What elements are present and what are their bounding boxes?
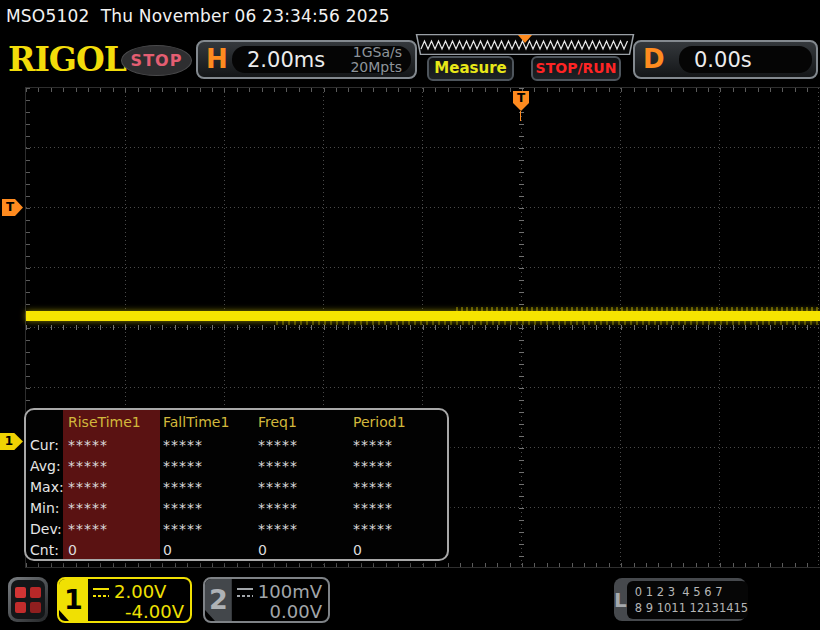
- row-label: Cur:: [30, 435, 68, 456]
- corner-cell: [30, 410, 68, 435]
- delay-panel: 0.00s: [679, 46, 812, 73]
- table-value: *****: [163, 477, 258, 498]
- center-horizontal-axis-ticks: [26, 325, 820, 330]
- channel1-offset-marker[interactable]: 1: [0, 433, 23, 450]
- trigger-position-stem: [520, 111, 521, 121]
- logic-analyzer-label: L: [614, 588, 627, 612]
- channel2-settings: 100mV 0.00V: [232, 579, 328, 621]
- channel1-offset: -4.00V: [93, 602, 184, 621]
- table-value: 0: [258, 540, 353, 561]
- model-and-datetime: MSO5102 Thu November 06 23:34:56 2025: [6, 6, 390, 26]
- center-vertical-axis-ticks: [519, 88, 524, 567]
- digital-channels-row2: 8 9 1011 12131415: [635, 600, 748, 616]
- measurement-grid: RiseTime1 FallTime1 Freq1 Period1 Cur: *…: [26, 410, 447, 561]
- digital-channels-box: 0 1 2 3 4 5 6 7 8 9 1011 12131415: [627, 581, 748, 619]
- sample-rate-stack: 1GSa/s 20Mpts: [350, 45, 402, 75]
- sample-rate: 1GSa/s: [353, 44, 402, 60]
- row-label: Avg:: [30, 456, 68, 477]
- channel1-settings: 2.00V -4.00V: [88, 579, 190, 621]
- timebase-panel: 2.00ms 1GSa/s 20Mpts: [232, 46, 411, 73]
- grid-hline: [26, 207, 820, 208]
- table-value: *****: [68, 435, 163, 456]
- table-value: *****: [353, 477, 448, 498]
- dc-coupling-icon: [237, 587, 253, 597]
- table-value: *****: [68, 456, 163, 477]
- table-value: 0: [353, 540, 448, 561]
- dc-coupling-icon: [93, 587, 109, 597]
- row-label: Min:: [30, 498, 68, 519]
- menu-icon[interactable]: [8, 577, 48, 622]
- table-value: *****: [163, 498, 258, 519]
- logic-analyzer-badge[interactable]: L 0 1 2 3 4 5 6 7 8 9 1011 12131415: [614, 578, 746, 621]
- menu-icon-square: [30, 602, 41, 613]
- title-bar: MSO5102 Thu November 06 23:34:56 2025: [0, 0, 820, 32]
- channel1-scale: 2.00V: [114, 582, 166, 602]
- rigol-logo: RIGOL: [8, 40, 126, 79]
- table-value: *****: [68, 477, 163, 498]
- stop-run-button[interactable]: STOP/RUN: [531, 56, 621, 81]
- table-value: *****: [353, 519, 448, 540]
- top-axis-ticks: [26, 88, 820, 92]
- column-header[interactable]: FallTime1: [163, 410, 258, 435]
- table-value: *****: [68, 498, 163, 519]
- delay-value: 0.00s: [694, 48, 752, 72]
- measurement-table: RiseTime1 FallTime1 Freq1 Period1 Cur: *…: [24, 408, 449, 561]
- horizontal-settings-box[interactable]: H 2.00ms 1GSa/s 20Mpts: [196, 40, 417, 79]
- menu-icon-grid: [11, 580, 45, 619]
- table-value: *****: [353, 435, 448, 456]
- column-header[interactable]: Freq1: [258, 410, 353, 435]
- channel2-offset: 0.00V: [237, 602, 322, 621]
- menu-icon-square: [15, 587, 26, 598]
- table-value: *****: [163, 435, 258, 456]
- table-value: 0: [163, 540, 258, 561]
- grid-hline: [26, 267, 820, 268]
- row-label: Cnt:: [30, 540, 68, 561]
- channel1-number: 1: [59, 579, 88, 621]
- timebase-value: 2.00ms: [247, 48, 325, 72]
- table-value: *****: [353, 498, 448, 519]
- horizontal-icon: H: [206, 44, 228, 74]
- channel2-number: 2: [205, 579, 232, 621]
- table-value: *****: [163, 519, 258, 540]
- table-value: *****: [258, 519, 353, 540]
- channel2-scale: 100mV: [258, 582, 322, 602]
- channel2-badge[interactable]: 2 100mV 0.00V: [203, 577, 330, 623]
- column-header[interactable]: RiseTime1: [68, 410, 163, 435]
- acquisition-status-badge: STOP: [121, 45, 192, 76]
- table-value: *****: [258, 498, 353, 519]
- memory-waveform-bar[interactable]: [413, 34, 637, 55]
- delay-settings-box[interactable]: D 0.00s: [633, 40, 818, 79]
- channel1-badge[interactable]: 1 2.00V -4.00V: [57, 577, 192, 623]
- trigger-position-marker[interactable]: T: [513, 91, 529, 111]
- grid-hline: [26, 387, 820, 388]
- channel1-waveform: [26, 311, 820, 321]
- delay-icon: D: [643, 44, 665, 74]
- measure-button[interactable]: Measure: [427, 56, 514, 81]
- table-value: *****: [68, 519, 163, 540]
- menu-icon-square: [15, 602, 26, 613]
- table-value: *****: [258, 456, 353, 477]
- row-label: Max:: [30, 477, 68, 498]
- memory-depth: 20Mpts: [350, 59, 402, 75]
- table-value: *****: [258, 435, 353, 456]
- oscilloscope-screen: MSO5102 Thu November 06 23:34:56 2025 RI…: [0, 0, 820, 630]
- table-value: *****: [163, 456, 258, 477]
- digital-channels-row1: 0 1 2 3 4 5 6 7: [635, 584, 748, 600]
- table-value: *****: [353, 456, 448, 477]
- grid-hline: [26, 147, 820, 148]
- trigger-level-marker[interactable]: T: [2, 199, 23, 216]
- menu-icon-square: [30, 587, 41, 598]
- table-value: 0: [68, 540, 163, 561]
- bottom-axis-ticks: [26, 563, 820, 567]
- column-header[interactable]: Period1: [353, 410, 448, 435]
- table-value: *****: [258, 477, 353, 498]
- row-label: Dev:: [30, 519, 68, 540]
